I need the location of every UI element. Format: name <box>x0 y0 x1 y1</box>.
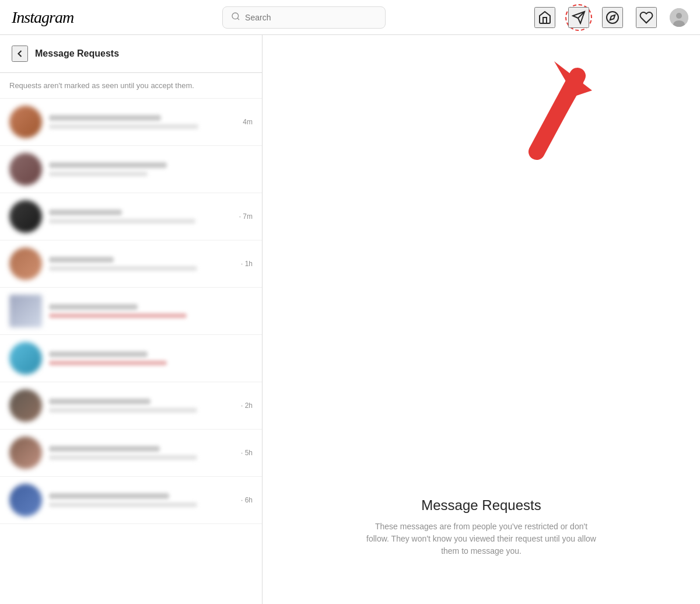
list-item[interactable]: · 5h <box>0 430 262 477</box>
list-item[interactable]: · 2h <box>0 382 262 430</box>
request-name <box>49 351 148 357</box>
direct-messages-button-wrapper <box>568 7 589 28</box>
search-bar[interactable] <box>222 6 386 29</box>
request-preview <box>49 219 195 224</box>
avatar <box>9 106 42 138</box>
request-preview <box>49 266 197 271</box>
svg-point-7 <box>676 13 682 19</box>
svg-line-1 <box>237 18 239 20</box>
right-panel: Message Requests These messages are from… <box>262 35 700 604</box>
avatar <box>9 484 42 516</box>
request-info <box>49 115 236 129</box>
request-name <box>49 446 160 452</box>
list-item[interactable]: · 7m <box>0 193 262 240</box>
right-panel-content: Message Requests These messages are from… <box>365 497 598 557</box>
request-info <box>49 446 234 460</box>
left-panel: Message Requests Requests aren't marked … <box>0 35 262 604</box>
list-item[interactable]: 4m <box>0 99 262 146</box>
panel-header: Message Requests <box>0 35 262 73</box>
request-info <box>49 257 234 271</box>
request-info <box>49 493 234 507</box>
request-time: · 2h <box>241 401 253 410</box>
request-list: 4m · 7m <box>0 99 262 604</box>
svg-marker-11 <box>554 61 592 96</box>
request-name <box>49 162 167 168</box>
avatar <box>9 200 42 233</box>
list-item[interactable]: · 1h <box>0 240 262 288</box>
right-panel-description: These messages are from people you've re… <box>365 521 598 557</box>
request-name <box>49 493 169 499</box>
request-preview <box>49 455 197 460</box>
avatar <box>9 437 42 469</box>
request-preview <box>49 172 148 176</box>
request-name <box>49 257 114 263</box>
request-name <box>49 399 150 404</box>
svg-line-12 <box>538 82 576 149</box>
request-name <box>49 304 138 310</box>
home-button[interactable] <box>534 7 555 28</box>
request-preview <box>49 124 198 129</box>
notifications-button[interactable] <box>636 7 657 28</box>
request-preview <box>49 361 167 365</box>
request-info <box>49 210 232 224</box>
red-arrow-annotation <box>490 58 607 163</box>
svg-marker-5 <box>610 15 615 19</box>
main-content: Message Requests Requests aren't marked … <box>0 35 700 604</box>
profile-avatar[interactable] <box>670 8 688 27</box>
direct-messages-button[interactable] <box>568 7 589 28</box>
explore-button[interactable] <box>602 7 623 28</box>
request-time: · 5h <box>241 449 253 457</box>
header: Instagram <box>0 0 700 35</box>
panel-title: Message Requests <box>35 48 119 59</box>
search-icon <box>231 12 240 23</box>
request-time: · 6h <box>241 496 253 504</box>
request-preview <box>49 502 197 507</box>
list-item[interactable] <box>0 288 262 335</box>
avatar <box>9 153 42 186</box>
avatar <box>9 389 42 422</box>
request-preview <box>49 408 197 413</box>
right-panel-title: Message Requests <box>365 497 598 514</box>
instagram-logo[interactable]: Instagram <box>12 8 74 27</box>
request-info <box>49 304 246 318</box>
svg-point-0 <box>232 13 239 19</box>
svg-point-4 <box>607 12 618 23</box>
list-item[interactable] <box>0 335 262 382</box>
request-time: · 7m <box>239 212 253 221</box>
avatar <box>9 295 42 327</box>
request-name <box>49 115 161 121</box>
request-preview <box>49 313 187 318</box>
nav-icons <box>534 7 688 28</box>
avatar <box>9 342 42 375</box>
list-item[interactable] <box>0 146 262 193</box>
request-info <box>49 399 234 413</box>
request-info <box>49 351 246 365</box>
request-time: 4m <box>243 118 253 126</box>
back-button[interactable] <box>12 46 28 62</box>
request-name <box>49 210 122 215</box>
search-input[interactable] <box>245 13 377 22</box>
avatar <box>9 247 42 280</box>
request-info <box>49 162 246 176</box>
list-item[interactable]: · 6h <box>0 477 262 524</box>
requests-notice: Requests aren't marked as seen until you… <box>0 73 262 99</box>
svg-line-10 <box>537 76 578 152</box>
request-time: · 1h <box>241 260 253 268</box>
